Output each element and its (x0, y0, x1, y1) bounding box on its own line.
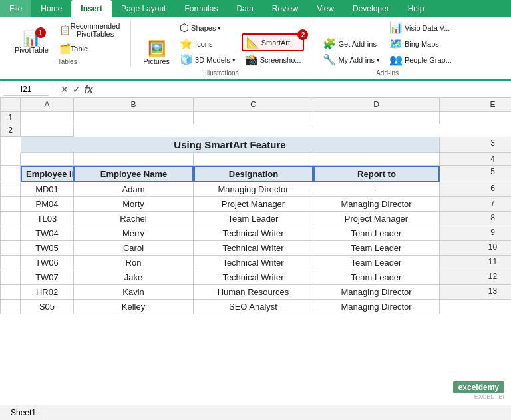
cell-b11[interactable]: TW07 (21, 270, 74, 285)
smartart-button[interactable]: 📐 SmartArt 2 (242, 33, 305, 51)
cell-c9[interactable]: Carol (74, 241, 194, 256)
tab-developer[interactable]: Developer (343, 0, 399, 17)
cell-c12[interactable]: Kavin (74, 285, 194, 300)
cell-title-merged[interactable]: Using SmartArt Feature (21, 137, 440, 153)
cell-c4-header[interactable]: Employee Name (74, 166, 194, 182)
tab-home[interactable]: Home (31, 0, 71, 17)
cell-c5[interactable]: Adam (74, 182, 194, 197)
cell-d10[interactable]: Technical Writer (194, 256, 313, 270)
cell-d7[interactable]: Team Leader (194, 212, 313, 226)
cell-d9[interactable]: Technical Writer (194, 241, 313, 256)
cell-b3[interactable] (21, 153, 74, 166)
cell-d13[interactable]: SEO Analyst (194, 300, 313, 314)
row-header-9[interactable]: 9 (440, 226, 511, 241)
cell-a12[interactable] (1, 285, 21, 300)
tab-insert[interactable]: Insert (71, 0, 112, 17)
cell-d3[interactable] (194, 153, 313, 166)
people-graph-button[interactable]: 👥 People Grap... (386, 52, 455, 67)
cell-a11[interactable] (1, 270, 21, 285)
cell-a10[interactable] (1, 256, 21, 270)
cell-e13[interactable]: Managing Director (313, 300, 440, 314)
cell-a3[interactable] (1, 153, 21, 166)
cell-e12[interactable]: Managing Director (313, 285, 440, 300)
cell-d11[interactable]: Technical Writer (194, 270, 313, 285)
formula-fx-icon[interactable]: fx (85, 84, 92, 95)
row-header-10[interactable]: 10 (440, 241, 511, 256)
cell-b5[interactable]: MD01 (21, 182, 74, 197)
col-header-a[interactable]: A (21, 98, 74, 112)
screenshot-button[interactable]: 📸 Screensho... (242, 52, 305, 67)
row-header-8[interactable]: 8 (440, 212, 511, 226)
table-button[interactable]: 🗂️ Table (55, 41, 124, 56)
cell-b6[interactable]: PM04 (21, 197, 74, 212)
3d-models-button[interactable]: 🧊 3D Models ▾ (176, 52, 239, 67)
cell-d1[interactable] (313, 112, 440, 124)
row-header-3[interactable]: 3 (440, 137, 511, 153)
tab-file[interactable]: File (0, 0, 31, 17)
tab-review[interactable]: Review (263, 0, 307, 17)
cell-e3[interactable] (313, 153, 440, 166)
row-header-7[interactable]: 7 (440, 197, 511, 212)
row-header-6[interactable]: 6 (440, 182, 511, 197)
my-addins-button[interactable]: 🔧 My Add-ins ▾ (319, 52, 383, 67)
cell-a2[interactable] (21, 124, 74, 137)
cell-e9[interactable]: Team Leader (313, 241, 440, 256)
cell-a7[interactable] (1, 212, 21, 226)
cell-d8[interactable]: Technical Writer (194, 226, 313, 241)
cell-c11[interactable]: Jake (74, 270, 194, 285)
cell-b12[interactable]: HR02 (21, 285, 74, 300)
tab-view[interactable]: View (307, 0, 343, 17)
tab-data[interactable]: Data (227, 0, 262, 17)
row-header-11[interactable]: 11 (440, 256, 511, 270)
cell-c6[interactable]: Morty (74, 197, 194, 212)
cell-a8[interactable] (1, 226, 21, 241)
cell-reference-input[interactable] (3, 83, 49, 96)
cell-e8[interactable]: Team Leader (313, 226, 440, 241)
cell-b7[interactable]: TL03 (21, 212, 74, 226)
cell-e7[interactable]: Project Manager (313, 212, 440, 226)
recommended-pivot-button[interactable]: 📋 RecommendedPivotTables (55, 20, 124, 40)
cell-d12[interactable]: Human Resources (194, 285, 313, 300)
cell-b13[interactable]: S05 (21, 300, 74, 314)
cell-a6[interactable] (1, 197, 21, 212)
cell-a13[interactable] (1, 300, 21, 314)
cell-d6[interactable]: Project Manager (194, 197, 313, 212)
col-header-b[interactable]: B (74, 98, 194, 112)
cell-b8[interactable]: TW04 (21, 226, 74, 241)
col-header-c[interactable]: C (194, 98, 313, 112)
row-header-1[interactable]: 1 (1, 112, 21, 124)
tab-help[interactable]: Help (399, 0, 434, 17)
cell-e1[interactable] (440, 112, 511, 124)
pictures-button[interactable]: 🖼️ Pictures (139, 39, 174, 67)
cell-a1[interactable] (21, 112, 74, 124)
formula-input[interactable] (95, 83, 508, 96)
cell-c10[interactable]: Ron (74, 256, 194, 270)
formula-cancel-icon[interactable]: ✕ (61, 84, 69, 95)
cell-b4-header[interactable]: Employee ID (21, 166, 74, 182)
pivot-table-button[interactable]: 📊 1 PivotTable (11, 29, 53, 56)
row-header-5[interactable]: 5 (440, 166, 511, 182)
cell-d5[interactable]: Managing Director (194, 182, 313, 197)
cell-c1[interactable] (194, 112, 313, 124)
get-addins-button[interactable]: 🧩 Get Add-ins (319, 36, 383, 51)
cell-c3[interactable] (74, 153, 194, 166)
row-header-2[interactable]: 2 (1, 124, 21, 137)
bing-maps-button[interactable]: 🗺️ Bing Maps (386, 36, 455, 51)
cell-d4-header[interactable]: Designation (194, 166, 313, 182)
icons-button[interactable]: ⭐ Icons (176, 36, 239, 51)
cell-c7[interactable]: Rachel (74, 212, 194, 226)
cell-c8[interactable]: Merry (74, 226, 194, 241)
row-header-12[interactable]: 12 (440, 270, 511, 285)
tab-page-layout[interactable]: Page Layout (112, 0, 175, 17)
row-header-13[interactable]: 13 (440, 285, 511, 300)
col-header-e[interactable]: E (440, 98, 511, 112)
shapes-button[interactable]: ⬡ Shapes ▾ (176, 20, 239, 35)
cell-e5[interactable]: - (313, 182, 440, 197)
cell-e6[interactable]: Managing Director (313, 197, 440, 212)
formula-confirm-icon[interactable]: ✓ (73, 84, 81, 95)
cell-e10[interactable]: Team Leader (313, 256, 440, 270)
row-header-4[interactable]: 4 (440, 153, 511, 166)
col-header-d[interactable]: D (313, 98, 440, 112)
cell-e4-header[interactable]: Report to (313, 166, 440, 182)
cell-c13[interactable]: Kelley (74, 300, 194, 314)
